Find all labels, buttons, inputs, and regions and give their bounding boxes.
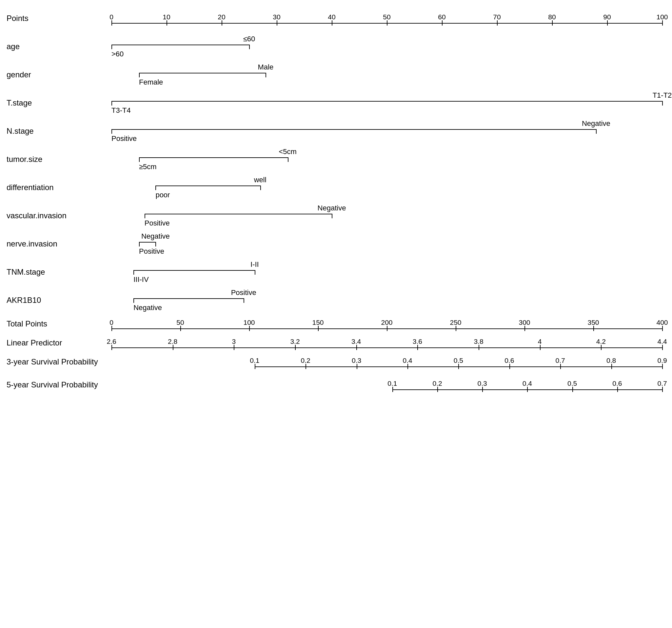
variable-row-tnmstage: TNM.stageI-IIIII-IV <box>6 258 662 284</box>
survival3-label: 3-year Survival Probability <box>6 357 112 366</box>
linear-predictor-axis: 2.62.833.23.43.63.844.24.4 <box>112 338 662 354</box>
variable-chart-vascularinvasion: NegativePositive <box>112 201 662 227</box>
variable-label-nstage: N.stage <box>6 117 112 136</box>
value-label-tstage-T3-T4: T3-T4 <box>112 106 131 115</box>
variable-label-vascularinvasion: vascular.invasion <box>6 201 112 220</box>
variable-label-tumorsize: tumor.size <box>6 145 112 164</box>
variable-label-tnmstage: TNM.stage <box>6 258 112 276</box>
value-label-age->60: >60 <box>112 50 124 58</box>
value-label-akr1b10-Negative: Negative <box>134 304 162 312</box>
points-axis: 0102030405060708090100 <box>112 13 662 29</box>
value-label-tnmstage-I-II: I-II <box>250 260 259 269</box>
value-label-nerveinvasion-Negative: Negative <box>141 232 170 241</box>
survival5-axis: 0.10.20.30.40.50.60.7 <box>112 380 662 396</box>
total-points-axis: 050100150200250300350400 <box>112 319 662 335</box>
total-points-label: Total Points <box>6 319 112 329</box>
variable-row-gender: genderMaleFemale <box>6 60 662 87</box>
value-label-nstage-Positive: Positive <box>112 135 137 143</box>
value-label-age-≤60: ≤60 <box>243 35 255 43</box>
variable-chart-nstage: NegativePositive <box>112 117 662 143</box>
variable-label-gender: gender <box>6 60 112 79</box>
variable-row-age: age≤60>60 <box>6 32 662 58</box>
variable-chart-akr1b10: PositiveNegative <box>112 286 662 312</box>
variable-row-tstage: T.stageT1-T2T3-T4 <box>6 89 662 115</box>
value-label-tumorsize-<5cm: <5cm <box>279 147 296 156</box>
variable-chart-tnmstage: I-IIIII-IV <box>112 258 662 284</box>
value-label-tumorsize-≥5cm: ≥5cm <box>139 163 157 171</box>
variable-chart-tstage: T1-T2T3-T4 <box>112 89 662 115</box>
value-label-tnmstage-III-IV: III-IV <box>134 275 148 284</box>
variable-label-age: age <box>6 32 112 51</box>
variable-chart-nerveinvasion: NegativePositive <box>112 230 662 256</box>
survival5-row: 5-year Survival Probability 0.10.20.30.4… <box>6 380 662 396</box>
variable-chart-tumorsize: <5cm≥5cm <box>112 145 662 171</box>
variable-chart-age: ≤60>60 <box>112 32 662 58</box>
variable-label-nerveinvasion: nerve.invasion <box>6 230 112 248</box>
variable-label-akr1b10: AKR1B10 <box>6 286 112 305</box>
variable-chart-gender: MaleFemale <box>112 60 662 87</box>
points-row: Points 0102030405060708090100 <box>6 13 662 29</box>
value-label-gender-Female: Female <box>139 78 163 87</box>
value-label-differentiation-poor: poor <box>155 191 170 199</box>
value-label-tstage-T1-T2: T1-T2 <box>653 91 672 100</box>
survival5-label: 5-year Survival Probability <box>6 380 112 389</box>
linear-predictor-label: Linear Predictor <box>6 338 112 347</box>
value-label-nstage-Negative: Negative <box>582 119 610 128</box>
survival3-axis: 0.10.20.30.40.50.60.70.80.9 <box>112 357 662 373</box>
value-label-vascularinvasion-Positive: Positive <box>145 219 170 227</box>
variable-chart-differentiation: wellpoor <box>112 173 662 199</box>
variable-label-tstage: T.stage <box>6 89 112 107</box>
value-label-nerveinvasion-Positive: Positive <box>139 247 164 256</box>
survival3-row: 3-year Survival Probability 0.10.20.30.4… <box>6 357 662 373</box>
variable-row-vascularinvasion: vascular.invasionNegativePositive <box>6 201 662 227</box>
value-label-vascularinvasion-Negative: Negative <box>318 204 346 212</box>
value-label-differentiation-well: well <box>254 176 266 184</box>
variable-row-tumorsize: tumor.size<5cm≥5cm <box>6 145 662 171</box>
variable-label-differentiation: differentiation <box>6 173 112 192</box>
variable-row-akr1b10: AKR1B10PositiveNegative <box>6 286 662 312</box>
variable-row-nstage: N.stageNegativePositive <box>6 117 662 143</box>
points-label: Points <box>6 13 112 23</box>
linear-predictor-row: Linear Predictor 2.62.833.23.43.63.844.2… <box>6 338 662 354</box>
nomogram: Points 0102030405060708090100 age≤60>60g… <box>6 13 662 396</box>
variable-row-differentiation: differentiationwellpoor <box>6 173 662 199</box>
variable-row-nerveinvasion: nerve.invasionNegativePositive <box>6 230 662 256</box>
value-label-gender-Male: Male <box>258 63 274 71</box>
total-points-row: Total Points 050100150200250300350400 <box>6 319 662 335</box>
value-label-akr1b10-Positive: Positive <box>231 288 256 297</box>
